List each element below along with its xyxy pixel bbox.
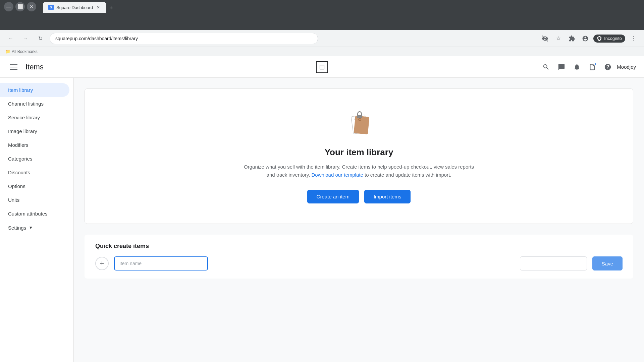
notification-button[interactable] [571, 61, 583, 73]
page-content: Your item library Organize what you sell… [74, 78, 644, 362]
tags-illustration [98, 109, 620, 139]
window-controls: — ⬜ ✕ [4, 2, 36, 11]
forward-button[interactable]: → [20, 33, 31, 44]
empty-state-description: Organize what you sell with the item lib… [241, 163, 476, 179]
sidebar-item-units[interactable]: Units [0, 193, 73, 207]
quick-create-section: Quick create items + Save [85, 235, 633, 279]
incognito-badge: Incognito [593, 35, 625, 43]
user-name[interactable]: Moodjoy [617, 64, 636, 70]
action-buttons: Create an item Import items [98, 190, 620, 203]
tab-bar: S Square Dashboard ✕ + [39, 1, 120, 13]
tab-favicon: S [48, 5, 54, 10]
sidebar-item-options[interactable]: Options [0, 179, 73, 193]
sidebar-item-label: Channel listings [8, 101, 44, 107]
refresh-button[interactable]: ↻ [35, 33, 46, 44]
download-template-link[interactable]: Download our template [312, 172, 363, 178]
hamburger-line-2 [10, 67, 17, 67]
close-button[interactable]: ✕ [27, 2, 36, 11]
sidebar-item-label: Custom attributes [8, 211, 48, 217]
chevron-down-icon: ▾ [30, 225, 32, 231]
square-logo-inner [320, 65, 324, 69]
sidebar-item-categories[interactable]: Categories [0, 152, 73, 166]
minimize-button[interactable]: — [4, 2, 13, 11]
extensions-icon[interactable] [567, 33, 577, 44]
sidebar-item-label: Units [8, 197, 19, 203]
create-item-button[interactable]: Create an item [307, 190, 359, 203]
settings-label: Settings [8, 225, 26, 231]
sidebar-item-modifiers[interactable]: Modifiers [0, 138, 73, 152]
sidebar-item-label: Image library [8, 128, 37, 134]
svg-point-4 [359, 118, 361, 121]
empty-state-title: Your item library [98, 147, 620, 158]
square-logo [316, 61, 328, 73]
incognito-label: Incognito [604, 36, 622, 41]
sidebar-item-discounts[interactable]: Discounts [0, 166, 73, 179]
tab-close-button[interactable]: ✕ [96, 5, 101, 10]
app-container: Items Moodjoy [0, 56, 644, 362]
address-bar-row: ← → ↻ ☆ Incognito ⋮ [0, 30, 644, 47]
sidebar: Item library Channel listings Service li… [0, 78, 74, 362]
sidebar-item-custom-attributes[interactable]: Custom attributes [0, 207, 73, 221]
save-button[interactable]: Save [592, 256, 623, 270]
address-input[interactable] [50, 33, 318, 44]
svg-rect-3 [354, 116, 369, 134]
price-input[interactable] [520, 256, 587, 270]
nav-actions: Moodjoy [540, 61, 636, 73]
search-button[interactable] [540, 61, 552, 73]
bookmark-star-icon[interactable]: ☆ [553, 33, 564, 44]
svg-rect-6 [357, 115, 362, 118]
profile-icon[interactable] [580, 33, 591, 44]
bookmark-folder-icon: 📁 [5, 49, 10, 54]
sidebar-item-label: Service library [8, 115, 40, 120]
sidebar-item-service-library[interactable]: Service library [0, 111, 73, 124]
hamburger-button[interactable] [8, 61, 20, 73]
sidebar-item-label: Options [8, 183, 25, 189]
bookmarks-bar: 📁 All Bookmarks [0, 47, 644, 56]
sidebar-item-label: Modifiers [8, 142, 29, 148]
screen-reader-icon[interactable] [540, 33, 550, 44]
add-item-button[interactable]: + [95, 257, 109, 270]
item-name-input[interactable] [114, 256, 208, 270]
price-input-area [213, 256, 587, 270]
documents-button[interactable] [586, 61, 599, 73]
sidebar-item-label: Discounts [8, 170, 30, 175]
tab-title: Square Dashboard [56, 5, 93, 10]
sidebar-item-label: Categories [8, 156, 33, 162]
page-title: Items [25, 63, 44, 71]
empty-desc-part2: to create and update items with import. [365, 172, 451, 178]
import-items-button[interactable]: Import items [364, 190, 411, 203]
hamburger-line-3 [10, 69, 17, 70]
main-content: Item library Channel listings Service li… [0, 78, 644, 362]
maximize-button[interactable]: ⬜ [15, 2, 25, 11]
sidebar-item-item-library[interactable]: Item library [0, 83, 69, 97]
quick-create-row: + Save [95, 256, 623, 270]
empty-state-card: Your item library Organize what you sell… [85, 88, 633, 224]
browser-icons: ☆ Incognito ⋮ [540, 33, 639, 44]
sidebar-item-image-library[interactable]: Image library [0, 124, 73, 138]
sidebar-item-channel-listings[interactable]: Channel listings [0, 97, 73, 111]
quick-create-title: Quick create items [95, 243, 623, 250]
top-nav: Items Moodjoy [0, 56, 644, 78]
sidebar-item-settings[interactable]: Settings ▾ [0, 221, 73, 235]
hamburger-line-1 [10, 64, 17, 65]
bookmarks-label: All Bookmarks [12, 49, 38, 54]
sidebar-item-label: Item library [8, 87, 33, 93]
new-tab-button[interactable]: + [106, 3, 116, 13]
menu-button[interactable]: ⋮ [628, 33, 639, 44]
active-tab[interactable]: S Square Dashboard ✕ [43, 2, 106, 13]
back-button[interactable]: ← [5, 33, 16, 44]
documents-notification-dot [594, 63, 597, 65]
help-button[interactable] [601, 61, 614, 73]
chat-button[interactable] [555, 61, 568, 73]
